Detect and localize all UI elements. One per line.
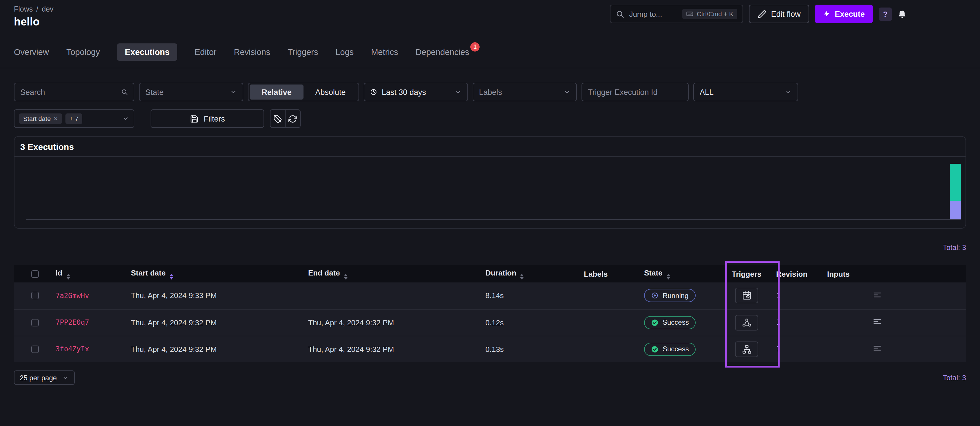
breadcrumb-flows[interactable]: Flows	[14, 5, 33, 14]
breadcrumb-separator: /	[36, 5, 38, 14]
trigger-cell	[722, 309, 772, 336]
trigger-flow-button[interactable]	[735, 342, 758, 357]
relative-toggle[interactable]: Relative	[250, 84, 304, 100]
execution-id-link[interactable]: 7a2GmwHv	[51, 282, 126, 309]
help-button[interactable]: ?	[879, 7, 892, 21]
inputs-icon[interactable]	[873, 344, 881, 353]
tab-label: Editor	[195, 47, 216, 57]
search-field	[14, 83, 134, 101]
page-title: hello	[14, 16, 54, 29]
search-input[interactable]	[20, 88, 121, 97]
execute-button[interactable]: Execute	[815, 5, 873, 23]
edit-flow-button[interactable]: Edit flow	[749, 5, 809, 23]
absolute-toggle[interactable]: Absolute	[304, 84, 357, 100]
breadcrumb-namespace[interactable]: dev	[42, 5, 53, 14]
tab-executions[interactable]: Executions	[117, 43, 177, 60]
trigger-webhook-button[interactable]	[735, 315, 758, 330]
table-row: 7PP2E0q7 Thu, Apr 4, 2024 9:32 PM Thu, A…	[14, 309, 966, 336]
sort-icon	[520, 274, 524, 279]
row-checkbox[interactable]	[31, 292, 39, 299]
col-label: Duration	[485, 268, 516, 277]
clock-icon	[370, 89, 377, 95]
tab-revisions[interactable]: Revisions	[234, 47, 270, 57]
tab-logs[interactable]: Logs	[336, 47, 353, 57]
state-dropdown[interactable]: State	[139, 83, 243, 101]
total-count-top: Total: 3	[14, 244, 966, 252]
per-page-dropdown[interactable]: 25 per page	[14, 371, 75, 385]
execution-id-link[interactable]: 3fo4ZyIx	[51, 336, 126, 362]
chevron-down-icon	[62, 374, 69, 381]
success-check-icon	[651, 345, 659, 353]
execution-id-link[interactable]: 7PP2E0q7	[51, 309, 126, 336]
tab-bar: Overview Topology Executions Editor Revi…	[0, 36, 980, 68]
topbar-actions: Jump to... Ctrl/Cmd + K Edit flow Execut…	[610, 5, 907, 23]
state-badge-running: Running	[644, 289, 695, 302]
sort-icon	[344, 274, 347, 279]
col-header-end-date[interactable]: End date	[304, 265, 481, 282]
state-cell: Success	[640, 309, 722, 336]
saved-filters-button[interactable]: Filters	[151, 109, 264, 128]
filters-section: State Relative Absolute Last 30 days Lab…	[0, 68, 980, 128]
select-all-checkbox[interactable]	[31, 270, 39, 277]
revision-link[interactable]: 1	[772, 309, 822, 336]
tab-metrics[interactable]: Metrics	[371, 47, 398, 57]
filters-row-1: State Relative Absolute Last 30 days Lab…	[14, 83, 966, 101]
executions-table: Id Start date End date Duration Labels S…	[14, 265, 966, 362]
state-badge-success: Success	[644, 343, 696, 356]
tab-topology[interactable]: Topology	[66, 47, 100, 57]
webhook-trigger-icon	[742, 317, 751, 327]
chart-stacked-bar[interactable]	[950, 164, 961, 219]
tab-overview[interactable]: Overview	[14, 47, 49, 57]
filler-cell	[886, 309, 966, 336]
scope-dropdown[interactable]: ALL	[693, 83, 798, 101]
date-range-dropdown[interactable]: Last 30 days	[364, 83, 468, 101]
inputs-icon[interactable]	[873, 317, 881, 326]
start-date-filter-chip: Start date ×	[19, 114, 62, 124]
jump-to-search[interactable]: Jump to... Ctrl/Cmd + K	[610, 5, 743, 23]
inputs-icon[interactable]	[873, 291, 881, 299]
start-date-cell: Thu, Apr 4, 2024 9:32 PM	[126, 309, 304, 336]
refresh-button[interactable]	[285, 109, 301, 128]
revision-link[interactable]: 1	[772, 282, 822, 309]
tab-label: Topology	[66, 47, 100, 57]
scope-value: ALL	[700, 88, 714, 97]
executions-table-wrap: Id Start date End date Duration Labels S…	[14, 265, 966, 362]
clear-labels-button[interactable]	[270, 109, 286, 128]
state-badge-success: Success	[644, 316, 696, 329]
trigger-execution-id-input[interactable]	[588, 88, 682, 97]
table-header-row: Id Start date End date Duration Labels S…	[14, 265, 966, 282]
row-checkbox[interactable]	[31, 318, 39, 326]
col-header-id[interactable]: Id	[51, 265, 126, 282]
active-filters-dropdown[interactable]: Start date × + 7	[14, 109, 134, 128]
close-icon[interactable]: ×	[54, 115, 57, 122]
notifications-bell-icon[interactable]	[898, 10, 907, 18]
refresh-icon	[288, 114, 297, 123]
trigger-schedule-button[interactable]	[735, 288, 758, 304]
filters-row-2: Start date × + 7 Filters	[14, 109, 966, 128]
duration-cell: 0.12s	[481, 309, 579, 336]
topbar-left: Flows / dev hello	[14, 5, 54, 29]
date-range-value: Last 30 days	[382, 88, 426, 97]
tab-triggers[interactable]: Triggers	[288, 47, 318, 57]
col-header-filler	[886, 265, 966, 282]
col-header-duration[interactable]: Duration	[481, 265, 579, 282]
executions-chart-panel: 3 Executions	[14, 136, 966, 229]
trigger-execution-id-field	[582, 83, 689, 101]
chevron-down-icon	[785, 89, 792, 95]
bar-running	[950, 201, 961, 219]
chevron-down-icon	[122, 115, 129, 122]
save-icon	[190, 114, 198, 123]
state-label: Success	[663, 318, 689, 326]
end-date-cell: Thu, Apr 4, 2024 9:32 PM	[304, 336, 481, 362]
col-header-start-date[interactable]: Start date	[126, 265, 304, 282]
dependencies-count-badge: 1	[470, 42, 480, 51]
lightning-icon	[823, 10, 830, 17]
chart-panel-title: 3 Executions	[14, 136, 966, 157]
tab-editor[interactable]: Editor	[195, 47, 216, 57]
revision-link[interactable]: 1	[772, 336, 822, 362]
labels-dropdown[interactable]: Labels	[473, 83, 577, 101]
col-header-state[interactable]: State	[640, 265, 722, 282]
tab-label: Logs	[336, 47, 353, 57]
tab-dependencies[interactable]: Dependencies 1	[415, 47, 469, 57]
row-checkbox[interactable]	[31, 345, 39, 353]
